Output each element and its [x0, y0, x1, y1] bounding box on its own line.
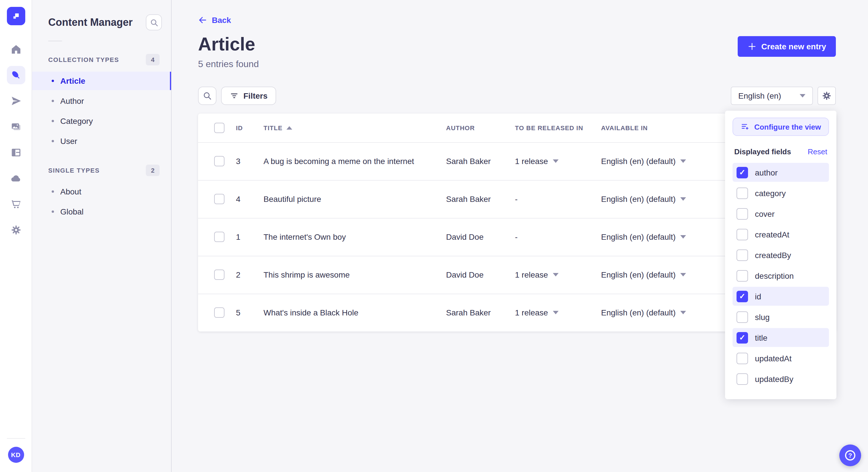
row-checkbox[interactable] — [214, 156, 224, 166]
checkbox[interactable] — [737, 270, 748, 281]
bullet-icon — [52, 120, 54, 122]
chevron-down-icon[interactable] — [680, 235, 686, 239]
list-plus-icon — [741, 122, 750, 131]
column-header-id[interactable]: ID — [230, 113, 258, 142]
cell-title: Beautiful picture — [258, 180, 440, 218]
strapi-logo[interactable] — [7, 7, 25, 25]
bullet-icon — [52, 100, 54, 102]
sidebar-item-global[interactable]: Global — [32, 202, 171, 221]
section-single-types: SINGLE TYPES 2 — [32, 160, 171, 181]
page-title: Article — [198, 34, 259, 55]
sidebar-search-button[interactable] — [146, 14, 162, 30]
cell-id: 3 — [230, 142, 258, 180]
column-header-title[interactable]: TITLE — [258, 113, 440, 142]
field-option-cover[interactable]: cover — [733, 204, 829, 223]
media-library-icon[interactable] — [7, 117, 25, 136]
sort-ascending-icon — [286, 126, 292, 130]
section-count-badge: 2 — [146, 165, 160, 176]
field-option-category[interactable]: category — [733, 183, 829, 202]
rail-nav — [7, 40, 25, 239]
sidebar-item-author[interactable]: Author — [32, 92, 171, 110]
home-icon[interactable] — [7, 40, 25, 59]
checkbox[interactable] — [737, 208, 748, 220]
cell-author: David Doe — [440, 218, 509, 256]
cloud-icon[interactable] — [7, 169, 25, 188]
field-option-createdBy[interactable]: createdBy — [733, 245, 829, 264]
checkbox[interactable] — [737, 229, 748, 240]
chevron-down-icon[interactable] — [680, 273, 686, 276]
checkbox[interactable] — [737, 167, 748, 178]
app-window: KD Content Manager COLLECTION TYPES 4 Ar… — [0, 0, 868, 472]
view-settings-popover: Configure the view Displayed fields Rese… — [725, 111, 836, 399]
cell-title: What's inside a Black Hole — [258, 294, 440, 332]
section-label: SINGLE TYPES — [48, 167, 100, 174]
sidebar-item-user[interactable]: User — [32, 132, 171, 150]
checkbox[interactable] — [737, 373, 748, 384]
chevron-down-icon[interactable] — [553, 311, 558, 314]
filters-button[interactable]: Filters — [221, 87, 276, 105]
chevron-down-icon[interactable] — [680, 160, 686, 163]
paper-plane-icon[interactable] — [7, 92, 25, 110]
marketplace-cart-icon[interactable] — [7, 195, 25, 213]
cell-title: This shrimp is awesome — [258, 256, 440, 294]
field-option-description[interactable]: description — [733, 266, 829, 285]
create-new-entry-button[interactable]: Create new entry — [738, 36, 836, 57]
cell-available: English (en) (default) — [601, 270, 676, 279]
field-option-slug[interactable]: slug — [733, 307, 829, 326]
row-checkbox[interactable] — [214, 194, 224, 204]
field-option-author[interactable]: author — [733, 163, 829, 182]
divider — [48, 41, 62, 41]
view-settings-gear-button[interactable] — [817, 87, 836, 105]
bullet-icon — [52, 191, 54, 193]
checkbox[interactable] — [737, 187, 748, 199]
field-option-title[interactable]: title — [733, 328, 829, 347]
column-header-author[interactable]: AUTHOR — [440, 113, 509, 142]
entries-count: 5 entries found — [198, 59, 259, 69]
column-header-release[interactable]: TO BE RELEASED IN — [509, 113, 595, 142]
chevron-down-icon[interactable] — [553, 273, 558, 276]
row-checkbox[interactable] — [214, 308, 224, 318]
checkbox[interactable] — [737, 311, 748, 323]
configure-the-view-button[interactable]: Configure the view — [733, 117, 829, 136]
sidebar-item-article[interactable]: Article — [32, 72, 171, 90]
row-checkbox[interactable] — [214, 232, 224, 242]
sidebar-item-category[interactable]: Category — [32, 112, 171, 130]
field-option-updatedBy[interactable]: updatedBy — [733, 369, 829, 388]
divider — [7, 438, 25, 439]
content-manager-feather-icon[interactable] — [7, 66, 25, 84]
section-collection-types: COLLECTION TYPES 4 — [32, 49, 171, 70]
search-button[interactable] — [198, 87, 216, 105]
back-link[interactable]: Back — [198, 15, 231, 25]
cell-id: 2 — [230, 256, 258, 294]
checkbox[interactable] — [737, 332, 748, 343]
settings-gear-icon[interactable] — [7, 221, 25, 239]
checkbox[interactable] — [737, 352, 748, 364]
row-checkbox[interactable] — [214, 270, 224, 280]
cell-author: Sarah Baker — [440, 294, 509, 332]
sidebar-item-about[interactable]: About — [32, 182, 171, 201]
locale-select[interactable]: English (en) — [731, 87, 813, 105]
field-option-updatedAt[interactable]: updatedAt — [733, 349, 829, 368]
cell-release: 1 release — [515, 157, 548, 166]
sidebar-item-label: User — [60, 136, 77, 146]
content-type-builder-icon[interactable] — [7, 143, 25, 162]
select-all-checkbox[interactable] — [214, 123, 224, 133]
field-option-createdAt[interactable]: createdAt — [733, 225, 829, 244]
chevron-down-icon[interactable] — [680, 197, 686, 201]
search-icon — [203, 91, 212, 100]
field-option-id[interactable]: id — [733, 287, 829, 306]
rail-bottom: KD — [7, 438, 25, 463]
user-avatar[interactable]: KD — [8, 447, 24, 463]
sidebar: Content Manager COLLECTION TYPES 4 Artic… — [32, 0, 172, 472]
displayed-fields-heading: Displayed fields — [734, 147, 791, 156]
cell-release: 1 release — [515, 308, 548, 317]
help-button[interactable]: ? — [839, 444, 861, 466]
chevron-down-icon[interactable] — [680, 311, 686, 314]
cell-id: 1 — [230, 218, 258, 256]
checkbox[interactable] — [737, 249, 748, 261]
toolbar: Filters English (en) — [198, 87, 836, 105]
reset-link[interactable]: Reset — [808, 147, 827, 156]
chevron-down-icon[interactable] — [553, 160, 558, 163]
checkbox[interactable] — [737, 291, 748, 302]
cell-available: English (en) (default) — [601, 232, 676, 241]
